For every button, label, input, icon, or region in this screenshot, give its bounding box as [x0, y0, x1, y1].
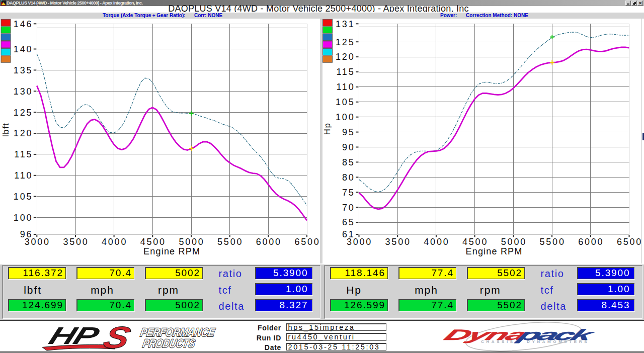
- svg-text:S: S: [100, 323, 135, 353]
- svg-text:lbft: lbft: [1, 123, 11, 137]
- svg-text:135: 135: [14, 65, 33, 75]
- svg-text:3500: 3500: [63, 237, 89, 247]
- svg-text:3500: 3500: [385, 237, 411, 247]
- svg-text:146: 146: [14, 19, 33, 29]
- svg-text:70: 70: [342, 203, 355, 213]
- svg-text:DYNAMOMETERS: DYNAMOMETERS: [527, 339, 589, 344]
- svg-text:65: 65: [342, 217, 355, 227]
- svg-text:110: 110: [14, 170, 33, 181]
- svg-text:115: 115: [336, 67, 355, 77]
- svg-text:5000: 5000: [501, 237, 527, 247]
- svg-text:6000: 6000: [578, 237, 604, 247]
- svg-text:120: 120: [14, 128, 33, 138]
- svg-text:131: 131: [336, 19, 355, 29]
- svg-text:100: 100: [336, 112, 355, 122]
- svg-text:75: 75: [342, 188, 355, 198]
- svg-text:80: 80: [342, 172, 355, 183]
- svg-text:130: 130: [14, 86, 33, 97]
- svg-text:PRODUCTS: PRODUCTS: [142, 337, 197, 350]
- svg-text:95: 95: [342, 127, 355, 137]
- svg-text:4500: 4500: [140, 237, 166, 247]
- svg-text:125: 125: [336, 37, 355, 47]
- svg-text:CHASSIS: CHASSIS: [481, 339, 515, 344]
- svg-text:3000: 3000: [347, 237, 372, 247]
- svg-text:5500: 5500: [539, 237, 565, 247]
- svg-text:6500: 6500: [294, 237, 320, 247]
- svg-text:85: 85: [342, 157, 355, 167]
- svg-text:100: 100: [14, 213, 33, 223]
- svg-text:4500: 4500: [462, 237, 488, 247]
- svg-text:Engine RPM: Engine RPM: [143, 246, 200, 256]
- svg-text:105: 105: [336, 97, 355, 107]
- svg-text:5500: 5500: [217, 237, 243, 247]
- svg-text:3000: 3000: [25, 237, 50, 247]
- svg-text:115: 115: [14, 149, 33, 159]
- svg-text:6000: 6000: [256, 237, 282, 247]
- svg-text:6500: 6500: [617, 237, 642, 247]
- svg-text:105: 105: [14, 192, 33, 202]
- svg-text:5000: 5000: [179, 237, 204, 247]
- svg-text:Engine RPM: Engine RPM: [465, 246, 522, 256]
- svg-text:Hp: Hp: [323, 123, 332, 135]
- svg-text:4000: 4000: [424, 237, 449, 247]
- svg-text:140: 140: [14, 44, 33, 54]
- svg-text:125: 125: [14, 108, 33, 118]
- svg-text:110: 110: [336, 82, 355, 92]
- svg-text:4000: 4000: [102, 237, 127, 247]
- svg-text:90: 90: [342, 142, 355, 152]
- svg-text:120: 120: [336, 52, 355, 62]
